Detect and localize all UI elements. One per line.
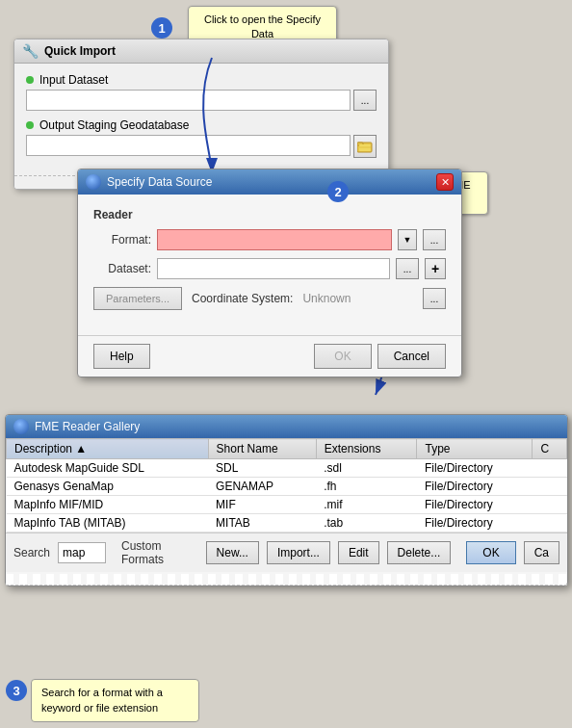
col-c[interactable]: C xyxy=(533,439,567,459)
dataset-browse-btn[interactable]: ... xyxy=(396,258,419,279)
specify-dialog-title-left: Specify Data Source xyxy=(86,174,212,190)
coord-system-label: Coordinate System: xyxy=(192,292,293,305)
parameters-btn[interactable]: Parameters... xyxy=(93,287,182,310)
search-label: Search xyxy=(13,546,50,559)
specify-dialog-footer: Help OK Cancel xyxy=(78,335,461,377)
coord-system-value: Unknown xyxy=(302,292,351,305)
input-dataset-label: Input Dataset xyxy=(39,73,108,87)
col-type[interactable]: Type xyxy=(417,439,533,459)
gallery-icon xyxy=(13,419,29,434)
specify-dialog-close-btn[interactable]: ✕ xyxy=(436,173,454,191)
output-staging-browse-btn[interactable] xyxy=(353,135,377,158)
search-input[interactable] xyxy=(58,542,106,563)
gallery-table-head: Description ▲ Short Name Extensions Type… xyxy=(7,439,567,459)
output-staging-row: Output Staging Geodatabase xyxy=(26,118,377,158)
col-shortname[interactable]: Short Name xyxy=(208,439,316,459)
col-extensions[interactable]: Extensions xyxy=(316,439,417,459)
specify-dialog-section-label: Reader xyxy=(93,208,446,221)
callout-3: Search for a format with a keyword or fi… xyxy=(31,679,199,722)
gallery-ok-btn[interactable]: OK xyxy=(466,541,515,564)
gallery-edit-btn[interactable]: Edit xyxy=(338,541,379,564)
dataset-row: Dataset: ... + xyxy=(93,258,446,279)
format-row: Format: ▼ ... xyxy=(93,229,446,250)
input-dataset-browse-btn[interactable]: ... xyxy=(353,90,377,111)
table-row[interactable]: MapInfo MIF/MIDMIF.mifFile/Directory xyxy=(7,496,567,514)
specify-cancel-btn[interactable]: Cancel xyxy=(377,344,446,369)
svg-rect-2 xyxy=(359,144,371,151)
dataset-label: Dataset: xyxy=(93,262,151,275)
badge-2: 2 xyxy=(327,181,349,202)
input-dataset-input[interactable] xyxy=(26,90,351,111)
gallery-title: FME Reader Gallery xyxy=(35,420,140,433)
gallery-body: Description ▲ Short Name Extensions Type… xyxy=(6,438,567,533)
quick-import-title: Quick Import xyxy=(44,44,116,58)
specify-dialog-body: Reader Format: ▼ ... Dataset: ... + Para… xyxy=(78,195,461,335)
green-dot-input xyxy=(26,76,34,84)
badge-1: 1 xyxy=(151,17,172,39)
custom-formats-label: Custom Formats xyxy=(121,539,198,566)
folder-icon xyxy=(357,140,373,153)
wrench-icon: 🔧 xyxy=(22,43,39,59)
table-row[interactable]: Autodesk MapGuide SDLSDL.sdlFile/Directo… xyxy=(7,459,567,478)
quick-import-body: Input Dataset ... Output Staging Geodata… xyxy=(14,64,388,175)
input-dataset-field: ... xyxy=(26,90,377,111)
gallery-import-btn[interactable]: Import... xyxy=(267,541,330,564)
green-dot-output xyxy=(26,121,34,129)
params-row: Parameters... Coordinate System: Unknown… xyxy=(93,287,446,310)
dataset-input[interactable] xyxy=(157,258,390,279)
table-row[interactable]: MapInfo TAB (MITAB)MITAB.tabFile/Directo… xyxy=(7,514,567,533)
table-row[interactable]: Genasys GenaMapGENAMAP.fhFile/Directory xyxy=(7,478,567,496)
col-description[interactable]: Description ▲ xyxy=(7,439,209,459)
format-input[interactable] xyxy=(157,229,392,250)
gallery-dialog: FME Reader Gallery Description ▲ Short N… xyxy=(5,414,568,586)
dataset-plus-btn[interactable]: + xyxy=(425,258,446,279)
gallery-torn-bottom xyxy=(6,574,567,585)
gallery-delete-btn[interactable]: Delete... xyxy=(387,541,452,564)
specify-help-btn[interactable]: Help xyxy=(93,344,150,369)
output-staging-field xyxy=(26,135,377,158)
quick-import-header: 🔧 Quick Import xyxy=(14,39,388,64)
specify-dialog-title: Specify Data Source xyxy=(107,175,212,189)
specify-dialog: Specify Data Source ✕ Reader Format: ▼ .… xyxy=(77,169,462,377)
coord-browse-btn[interactable]: ... xyxy=(423,288,446,309)
gallery-cancel-btn[interactable]: Ca xyxy=(524,541,559,564)
format-browse-btn[interactable]: ... xyxy=(423,229,446,250)
format-dropdown-btn[interactable]: ▼ xyxy=(398,229,417,250)
input-dataset-label-row: Input Dataset xyxy=(26,73,377,87)
gallery-header-row: Description ▲ Short Name Extensions Type… xyxy=(7,439,567,459)
gallery-titlebar: FME Reader Gallery xyxy=(6,415,567,438)
format-label: Format: xyxy=(93,233,151,247)
output-staging-label-row: Output Staging Geodatabase xyxy=(26,118,377,132)
badge-3: 3 xyxy=(6,680,27,701)
quick-import-panel: 🔧 Quick Import Input Dataset ... Output … xyxy=(13,39,389,190)
output-staging-input[interactable] xyxy=(26,135,351,156)
output-staging-label: Output Staging Geodatabase xyxy=(39,118,189,132)
gallery-table: Description ▲ Short Name Extensions Type… xyxy=(6,438,567,533)
input-dataset-row: Input Dataset ... xyxy=(26,73,377,111)
gallery-footer: Search Custom Formats New... Import... E… xyxy=(6,533,567,572)
specify-dialog-icon xyxy=(86,174,101,190)
specify-dialog-titlebar: Specify Data Source ✕ xyxy=(78,169,461,195)
gallery-table-body: Autodesk MapGuide SDLSDL.sdlFile/Directo… xyxy=(7,459,567,533)
specify-ok-btn[interactable]: OK xyxy=(314,344,371,369)
gallery-new-btn[interactable]: New... xyxy=(206,541,259,564)
